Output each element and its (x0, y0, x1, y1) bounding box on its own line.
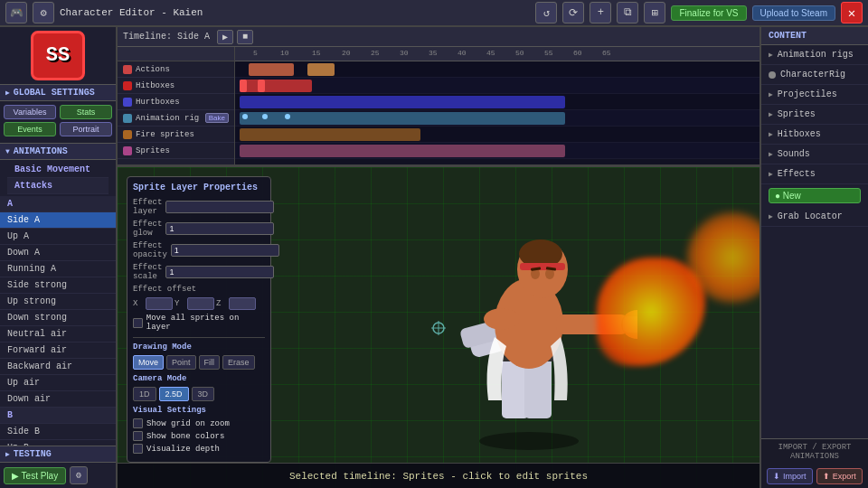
anim-side-strong[interactable]: Side strong (0, 277, 116, 294)
offset-y-input[interactable]: 0.0 (187, 297, 214, 310)
settings-icon[interactable]: ⚙ (33, 2, 54, 23)
events-button[interactable]: Events (4, 122, 56, 136)
global-settings-header[interactable]: ▶ GLOBAL SETTINGS (0, 84, 116, 101)
visualize-depth-row: Visualize depth (133, 444, 265, 454)
anim-up-a[interactable]: Up A (0, 229, 116, 245)
bake-button[interactable]: Bake (205, 113, 229, 123)
effect-opacity-input[interactable] (171, 244, 279, 257)
track-ruler: 5 10 15 20 25 30 35 40 45 50 55 60 65 (235, 47, 760, 61)
anim-backward-air[interactable]: Backward air (0, 359, 116, 375)
effect-glow-row: Effect glow (133, 220, 265, 238)
effect-scale-row: Effect scale (133, 263, 265, 281)
erase-mode-button[interactable]: Erase (222, 355, 255, 370)
finalize-button[interactable]: Finalize for VS (671, 5, 746, 21)
test-play-button[interactable]: ▶ Test Play (4, 467, 66, 484)
move-all-checkbox[interactable] (133, 318, 143, 328)
track-labels: Actions Hitboxes Hurtboxes Animation rig… (118, 47, 235, 164)
right-sounds[interactable]: ▶ Sounds (761, 145, 868, 164)
grid-icon[interactable]: ⊞ (644, 2, 665, 23)
import-export-section: IMPORT / EXPORT ANIMATIONS ⬇ Import ⬆ Ex… (761, 438, 868, 488)
right-animation-rigs[interactable]: ▶ Animation rigs (761, 45, 868, 65)
upload-button[interactable]: Upload to Steam (752, 5, 836, 21)
3d-mode-button[interactable]: 3D (192, 387, 215, 401)
move-mode-button[interactable]: Move (133, 355, 164, 370)
timeline-controls: ▶ ■ (217, 30, 253, 44)
effect-opacity-row: Effect opacity (133, 241, 265, 259)
svg-point-3 (479, 432, 579, 450)
right-hitboxes[interactable]: ▶ Hitboxes (761, 125, 868, 145)
right-effects[interactable]: ▶ Effects (761, 164, 868, 184)
animations-header[interactable]: ▼ ANIMATIONS (0, 143, 116, 160)
global-settings-section: Variables Stats Events Portrait (0, 101, 116, 143)
import-button[interactable]: ⬇ Import (767, 468, 813, 484)
effect-glow-input[interactable] (165, 222, 274, 235)
anim-down-air[interactable]: Down air (0, 391, 116, 408)
right-sprites[interactable]: ▶ Sprites (761, 105, 868, 125)
anim-up-strong[interactable]: Up strong (0, 294, 116, 310)
1d-mode-button[interactable]: 1D (133, 387, 156, 401)
camera-mode-section: Camera Mode 1D 2.5D 3D (133, 374, 265, 401)
offset-x-input[interactable]: 0.0 (146, 297, 173, 310)
anim-side-b[interactable]: Side B (0, 424, 116, 440)
play-button[interactable]: ▶ (217, 30, 233, 44)
anim-side-a[interactable]: Side A (0, 212, 116, 229)
projectiles-label: Projectiles (778, 89, 837, 99)
anim-a-category: A (0, 196, 116, 212)
effect-layer-input[interactable] (165, 201, 274, 213)
attacks-item[interactable]: Attacks (7, 178, 108, 194)
track-row-hitboxes[interactable] (235, 78, 760, 94)
track-content[interactable]: 5 10 15 20 25 30 35 40 45 50 55 60 65 (235, 47, 760, 164)
new-button[interactable]: ● New (769, 188, 861, 203)
track-row-sprites[interactable] (235, 143, 760, 159)
anim-forward-air[interactable]: Forward air (0, 343, 116, 359)
viewport[interactable]: Sprite Layer Properties Effect layer Eff… (118, 167, 760, 488)
drawing-mode-buttons: Move Point Fill Erase (133, 355, 265, 370)
right-grab-locator[interactable]: ▶ Grab Locator (761, 207, 868, 227)
right-panel: CONTENT ▶ Animation rigs CharacterRig ▶ … (760, 27, 868, 488)
variables-button[interactable]: Variables (4, 105, 56, 119)
track-row-anim-rig[interactable] (235, 110, 760, 127)
app-icon: 🎮 (5, 2, 27, 23)
app-title: Character Editor - Kaien (60, 7, 203, 18)
test-settings-icon[interactable]: ⚙ (70, 466, 88, 484)
show-grid-checkbox[interactable] (133, 418, 143, 428)
offset-z-input[interactable]: 0.0 (229, 297, 256, 310)
testing-header[interactable]: ▶ TESTING (0, 446, 116, 463)
add-icon[interactable]: + (590, 2, 611, 23)
status-bar: Selected timeline: Sprites - click to ed… (118, 463, 760, 488)
sync-icon[interactable]: ⟳ (562, 2, 584, 23)
right-projectiles[interactable]: ▶ Projectiles (761, 85, 868, 105)
effect-offset-row: Effect offset (133, 285, 265, 294)
track-row-hurtboxes[interactable] (235, 94, 760, 110)
basic-movement-item[interactable]: Basic Movement (7, 162, 108, 178)
stop-button[interactable]: ■ (237, 30, 253, 44)
offset-xyz: X 0.0 Y 0.0 Z 0.0 (133, 297, 265, 310)
anim-down-a[interactable]: Down A (0, 245, 116, 261)
copy-icon[interactable]: ⧉ (617, 2, 638, 23)
visualize-depth-checkbox[interactable] (133, 444, 143, 454)
anim-running-a[interactable]: Running A (0, 261, 116, 277)
show-bones-checkbox[interactable] (133, 431, 143, 441)
2d5-mode-button[interactable]: 2.5D (159, 387, 189, 401)
track-row-actions[interactable] (235, 61, 760, 78)
animations-label: ANIMATIONS (14, 146, 68, 156)
anim-neutral-air[interactable]: Neutral air (0, 326, 116, 343)
refresh-icon[interactable]: ↺ (535, 2, 557, 23)
topbar: 🎮 ⚙ Character Editor - Kaien ↺ ⟳ + ⧉ ⊞ F… (0, 0, 868, 27)
character-rig-label: CharacterRig (780, 70, 845, 80)
drawing-mode-section: Drawing Mode Move Point Fill Erase (133, 337, 265, 370)
anim-down-strong[interactable]: Down strong (0, 310, 116, 326)
effect-scale-input[interactable] (165, 266, 274, 278)
export-button[interactable]: ⬆ Export (816, 468, 863, 484)
timeline-header: Timeline: Side A ▶ ■ (118, 27, 760, 47)
portrait-button[interactable]: Portrait (60, 122, 112, 136)
right-character-rig[interactable]: CharacterRig (761, 65, 868, 85)
stats-button[interactable]: Stats (60, 105, 112, 119)
main-layout: SS ▶ GLOBAL SETTINGS Variables Stats Eve… (0, 27, 868, 488)
anim-up-air[interactable]: Up air (0, 375, 116, 391)
point-mode-button[interactable]: Point (166, 355, 196, 370)
ss-logo: SS (31, 31, 85, 80)
track-row-fire-sprites[interactable] (235, 127, 760, 143)
close-button[interactable]: ✕ (841, 2, 863, 23)
fill-mode-button[interactable]: Fill (199, 355, 221, 370)
